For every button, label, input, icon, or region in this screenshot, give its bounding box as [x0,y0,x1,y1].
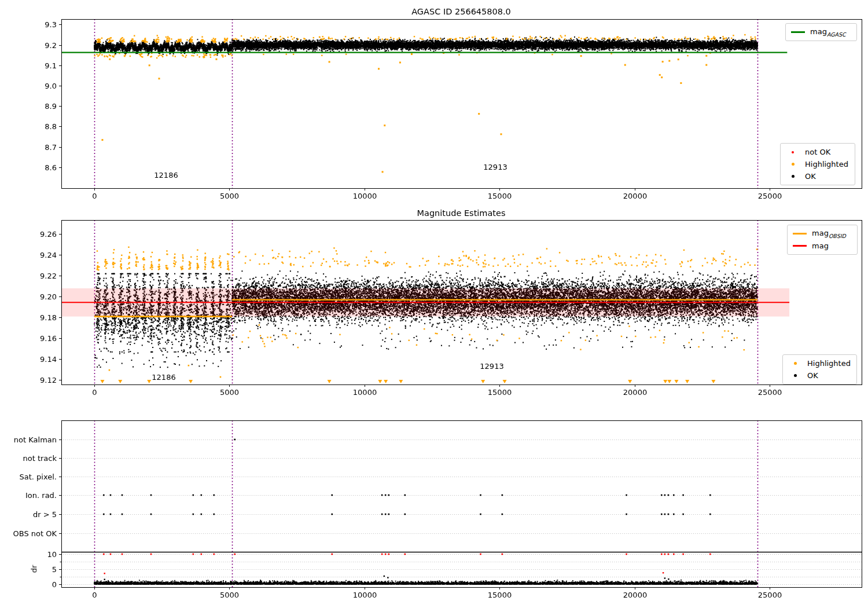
plot1-obsid-annotation-12186: 12186 [154,171,178,180]
legend-marker-swatch [788,362,803,365]
figure-canvas [0,0,868,608]
plot2-title: Magnitude Estimates [417,208,505,218]
legend-label: magOBSID [812,229,846,239]
plot3-dr-axis-label: dr [30,565,38,573]
legend-item: magOBSID [792,228,851,240]
legend-item: not OK [785,146,849,158]
legend-label: not OK [805,148,830,156]
legend-label: OK [805,172,816,181]
plot2-obsid-annotation-12186: 12186 [152,373,175,382]
legend-line-swatch [790,31,806,33]
plot1-legend-markers: not OKHighlightedOK [780,143,855,185]
plot2-legend-lines: magOBSIDmag [787,225,858,255]
plot1-title: AGASC ID 256645808.0 [411,7,511,16]
legend-label: mag [812,241,829,250]
legend-line-swatch [792,245,807,247]
plot1-legend-mag-agasc: magAGASC [785,23,857,41]
legend-item: Highlighted [788,357,851,369]
legend-item: magAGASC [790,26,851,38]
plot2-obsid-annotation-12913: 12913 [480,362,503,371]
legend-label: Highlighted [805,160,848,169]
legend-item: Highlighted [785,158,849,170]
legend-marker-swatch [785,151,800,153]
legend-item: OK [788,369,851,382]
plot1-obsid-annotation-12913: 12913 [483,163,507,171]
legend-item: OK [785,170,849,182]
legend-label: Highlighted [807,359,851,368]
legend-label: OK [807,371,818,380]
legend-item: mag [792,240,851,252]
legend-marker-swatch [785,163,800,166]
legend-line-swatch [792,233,807,235]
figure: AGASC ID 256645808.0 Magnitude Estimates… [0,0,868,608]
legend-marker-swatch [785,175,800,178]
legend-label: magAGASC [810,27,846,38]
legend-marker-swatch [788,374,803,377]
plot2-legend-markers: HighlightedOK [782,354,857,384]
